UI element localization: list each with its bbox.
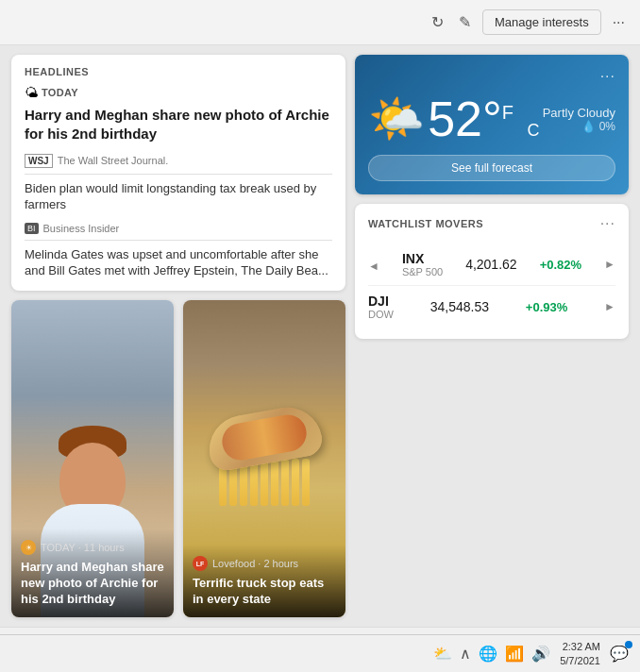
photo-card-harry[interactable]: ☀ TODAY · 11 hours Harry and Meghan shar… — [11, 300, 174, 617]
inx-ticker: INX — [402, 251, 443, 266]
watchlist-card: WATCHLIST MOVERS ··· ◄ INX S&P 500 4,201… — [355, 204, 629, 339]
weather-temperature: 52°F C — [428, 92, 539, 146]
harry-meta: ☀ TODAY · 11 hours — [21, 540, 164, 555]
today-badge: 🌤 TODAY — [25, 85, 332, 100]
top-bar-actions: ↻ ✎ Manage interests ··· — [428, 9, 629, 35]
divider1 — [25, 174, 332, 175]
dji-price: 34,548.53 — [430, 299, 489, 314]
dji-info: DJI DOW — [368, 294, 394, 320]
food-headline[interactable]: Terrific truck stop eats in every state — [193, 576, 336, 608]
taskbar: ⛅ ∧ 🌐 📶 🔊 2:32 AM 5/7/2021 💬 — [0, 634, 640, 672]
fry6 — [271, 459, 278, 506]
lovefood-icon: LF — [193, 556, 208, 571]
food-overlay: LF Lovefood · 2 hours Terrific truck sto… — [183, 545, 345, 617]
weather-unit: F — [502, 102, 514, 123]
divider2 — [25, 240, 332, 241]
watchlist-label: WATCHLIST MOVERS — [368, 218, 483, 229]
volume-icon: 🔊 — [531, 645, 550, 663]
taskbar-icons: ⛅ ∧ 🌐 📶 🔊 — [433, 645, 550, 663]
weather-forecast-button[interactable]: See full forecast — [368, 155, 615, 181]
inx-info: INX S&P 500 — [402, 251, 443, 277]
bi-name: Business Insider — [43, 223, 120, 234]
left-column: HEADLINES 🌤 TODAY Harry and Meghan share… — [11, 55, 345, 617]
inx-name: S&P 500 — [402, 266, 443, 277]
headline-story3[interactable]: Melinda Gates was upset and uncomfortabl… — [25, 246, 332, 279]
photo-card-food[interactable]: LF Lovefood · 2 hours Terrific truck sto… — [183, 300, 345, 617]
fry9 — [302, 459, 310, 506]
dji-arrow-right-icon: ► — [604, 300, 615, 313]
network-icon: 🌐 — [479, 645, 497, 663]
weather-taskbar-icon: ⛅ — [433, 645, 452, 663]
food-meta-text: Lovefood · 2 hours — [212, 558, 298, 569]
source-line-1: WSJ The Wall Street Journal. — [25, 154, 332, 168]
refresh-button[interactable]: ↻ — [428, 9, 447, 35]
today-text: TODAY — [42, 87, 78, 98]
weather-right: Partly Cloudy 💧 0% — [543, 106, 615, 133]
bi-logo: BI — [25, 223, 39, 234]
taskbar-notification[interactable]: 💬 — [610, 645, 629, 663]
inx-arrow-left-icon: ◄ — [368, 260, 379, 273]
food-meta: LF Lovefood · 2 hours — [193, 556, 336, 571]
watchlist-item-dji[interactable]: DJI DOW 34,548.53 +0.93% ► — [368, 286, 615, 328]
today-icon: 🌤 — [25, 85, 38, 100]
weather-temp-container: 52°F C — [428, 94, 539, 143]
harry-headline[interactable]: Harry and Meghan share new photo of Arch… — [21, 560, 164, 608]
headline-story1[interactable]: Harry and Meghan share new photo of Arch… — [25, 106, 332, 144]
headlines-card: HEADLINES 🌤 TODAY Harry and Meghan share… — [11, 55, 345, 291]
top-bar: ↻ ✎ Manage interests ··· — [0, 0, 640, 45]
dji-change: +0.93% — [526, 300, 567, 314]
photo-cards-row: ☀ TODAY · 11 hours Harry and Meghan shar… — [11, 300, 345, 617]
watchlist-item-inx[interactable]: ◄ INX S&P 500 4,201.62 +0.82% ► — [368, 244, 615, 286]
headlines-label: HEADLINES — [25, 66, 332, 77]
edit-button[interactable]: ✎ — [455, 9, 475, 35]
watchlist-more-button[interactable]: ··· — [600, 215, 615, 232]
weather-more-button[interactable]: ··· — [600, 68, 615, 85]
weather-unit-label: C — [528, 121, 540, 140]
manage-interests-button[interactable]: Manage interests — [482, 9, 601, 35]
weather-icon: 🌤️ — [368, 92, 425, 145]
fry5 — [261, 459, 268, 506]
inx-arrow-right-icon: ► — [604, 258, 615, 271]
taskbar-date-value: 5/7/2021 — [560, 654, 600, 667]
weather-condition: Partly Cloudy — [543, 106, 615, 120]
headline-story2[interactable]: Biden plan would limit longstanding tax … — [25, 180, 332, 213]
weather-main: 🌤️ 52°F C Partly Cloudy 💧 0% — [368, 92, 615, 145]
wsj-logo: WSJ — [25, 154, 53, 168]
weather-card: ··· 🌤️ 52°F C Partly Cloudy 💧 0% See ful… — [355, 55, 629, 194]
weather-card-header: ··· — [368, 68, 615, 85]
wsj-name: The Wall Street Journal. — [58, 155, 169, 166]
weather-temp-value: 52° — [428, 92, 502, 146]
harry-source-icon: ☀ — [21, 540, 36, 555]
source-line-2: BI Business Insider — [25, 223, 332, 234]
inx-change: +0.82% — [540, 258, 581, 272]
caret-up-icon: ∧ — [460, 645, 471, 663]
watchlist-header: WATCHLIST MOVERS ··· — [368, 215, 615, 232]
harry-meta-text: TODAY · 11 hours — [41, 542, 125, 553]
notification-badge — [625, 641, 632, 648]
main-content: HEADLINES 🌤 TODAY Harry and Meghan share… — [0, 45, 640, 627]
harry-overlay: ☀ TODAY · 11 hours Harry and Meghan shar… — [11, 529, 174, 617]
wifi-icon: 📶 — [505, 645, 524, 663]
fry8 — [292, 459, 299, 506]
dji-name: DOW — [368, 309, 394, 320]
taskbar-time-value: 2:32 AM — [560, 640, 600, 653]
inx-price: 4,201.62 — [465, 257, 517, 272]
more-options-button[interactable]: ··· — [609, 10, 629, 35]
weather-precipitation: 💧 0% — [543, 120, 615, 133]
right-column: ··· 🌤️ 52°F C Partly Cloudy 💧 0% See ful… — [355, 55, 629, 617]
dji-ticker: DJI — [368, 294, 394, 309]
fry7 — [281, 459, 289, 506]
manage-interests-label: Manage interests — [495, 15, 589, 29]
taskbar-clock: 2:32 AM 5/7/2021 — [560, 640, 600, 667]
